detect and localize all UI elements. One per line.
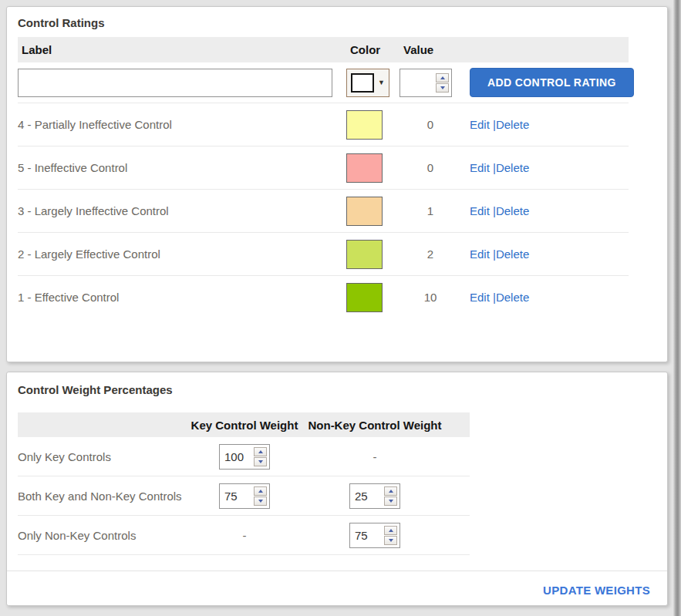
edit-link[interactable]: Edit	[470, 118, 490, 131]
rating-value-numbox	[399, 69, 452, 97]
control-rating-row: 2 - Largely Effective Control 2 Edit |De…	[18, 233, 629, 276]
value-spinner	[384, 526, 397, 545]
color-swatch	[346, 153, 383, 183]
delete-link[interactable]: Delete	[496, 161, 529, 174]
rating-label: 2 - Largely Effective Control	[18, 247, 346, 261]
column-header-value: Value	[399, 43, 461, 56]
rating-value: 0	[399, 161, 461, 174]
rating-value: 0	[399, 118, 461, 131]
spinner-up-icon[interactable]	[254, 447, 267, 456]
delete-link[interactable]: Delete	[496, 291, 529, 304]
add-control-rating-button[interactable]: ADD CONTROL RATING	[470, 68, 634, 97]
add-control-rating-form: ▼ ADD CONTROL RATING	[18, 62, 629, 103]
weight-row: Both Key and Non-Key Controls	[18, 476, 470, 516]
spinner-down-icon[interactable]	[254, 457, 267, 466]
rating-label: 5 - Ineffective Control	[18, 161, 346, 174]
nonkey-weight-dash: -	[306, 450, 443, 463]
control-weights-header-row: Key Control Weight Non-Key Control Weigh…	[18, 412, 470, 437]
color-swatch	[346, 110, 383, 140]
delete-link[interactable]: Delete	[496, 204, 529, 217]
column-header-key-weight: Key Control Weight	[183, 419, 306, 432]
edit-link[interactable]: Edit	[470, 204, 490, 217]
column-header-nonkey-weight: Non-Key Control Weight	[306, 419, 443, 432]
update-weights-button[interactable]: UPDATE WEIGHTS	[543, 584, 650, 597]
dropdown-arrow-icon: ▼	[378, 79, 385, 86]
spinner-up-icon[interactable]	[384, 486, 397, 496]
spinner-up-icon[interactable]	[384, 526, 397, 535]
key-weight-input[interactable]	[220, 450, 254, 463]
spinner-up-icon[interactable]	[436, 73, 449, 82]
nonkey-weight-input[interactable]	[350, 490, 384, 503]
value-spinner	[384, 486, 397, 506]
edit-link[interactable]: Edit	[470, 247, 490, 261]
rating-label-input[interactable]	[18, 69, 332, 97]
column-header-label: Label	[18, 43, 346, 56]
delete-link[interactable]: Delete	[496, 247, 529, 261]
value-spinner	[254, 447, 267, 466]
weight-row-label: Both Key and Non-Key Controls	[18, 490, 183, 503]
nonkey-weight-input[interactable]	[350, 529, 384, 542]
spinner-up-icon[interactable]	[254, 486, 267, 496]
weight-row: Only Key Controls -	[18, 437, 470, 476]
spinner-down-icon[interactable]	[384, 497, 397, 506]
value-spinner	[436, 73, 449, 93]
key-weight-numbox	[219, 444, 270, 470]
rating-label: 3 - Largely Ineffective Control	[18, 204, 346, 217]
spinner-down-icon[interactable]	[384, 536, 397, 545]
control-ratings-panel: Control Ratings Label Color Value ▼	[6, 6, 668, 362]
control-rating-row: 3 - Largely Ineffective Control 1 Edit |…	[18, 190, 629, 233]
color-swatch	[346, 197, 383, 226]
value-spinner	[254, 486, 267, 506]
rating-label: 1 - Effective Control	[18, 291, 346, 304]
control-rating-row: 5 - Ineffective Control 0 Edit |Delete	[18, 146, 629, 190]
key-weight-numbox	[219, 483, 270, 509]
nonkey-weight-numbox	[349, 523, 400, 548]
color-swatch	[346, 283, 383, 312]
rating-value: 1	[399, 204, 461, 217]
edit-link[interactable]: Edit	[470, 161, 490, 174]
weight-row: Only Non-Key Controls -	[18, 516, 470, 555]
rating-value: 10	[399, 291, 461, 304]
spinner-down-icon[interactable]	[436, 83, 449, 93]
rating-value: 2	[399, 247, 461, 261]
key-weight-dash: -	[183, 529, 306, 542]
column-header-color: Color	[346, 43, 399, 56]
rating-value-input[interactable]	[400, 76, 436, 89]
weight-row-label: Only Non-Key Controls	[18, 529, 183, 542]
panel-title-control-weights: Control Weight Percentages	[18, 383, 656, 397]
control-ratings-header-row: Label Color Value	[18, 37, 629, 62]
control-rating-row: 1 - Effective Control 10 Edit |Delete	[18, 276, 629, 318]
rating-label: 4 - Partially Ineffective Control	[18, 118, 346, 131]
weight-row-label: Only Key Controls	[18, 450, 183, 463]
panel-title-control-ratings: Control Ratings	[18, 16, 656, 30]
control-weights-panel: Control Weight Percentages Key Control W…	[6, 372, 668, 606]
color-swatch	[346, 240, 383, 269]
key-weight-input[interactable]	[220, 490, 254, 503]
spinner-down-icon[interactable]	[254, 497, 267, 506]
delete-link[interactable]: Delete	[496, 118, 529, 131]
control-rating-row: 4 - Partially Ineffective Control 0 Edit…	[18, 103, 629, 146]
edit-link[interactable]: Edit	[470, 291, 490, 304]
right-edge-scrollbar[interactable]	[673, 0, 681, 616]
color-picker-dropdown[interactable]: ▼	[346, 69, 389, 97]
weights-footer: UPDATE WEIGHTS	[7, 571, 667, 608]
nonkey-weight-numbox	[349, 483, 400, 509]
selected-color-swatch	[351, 73, 374, 93]
